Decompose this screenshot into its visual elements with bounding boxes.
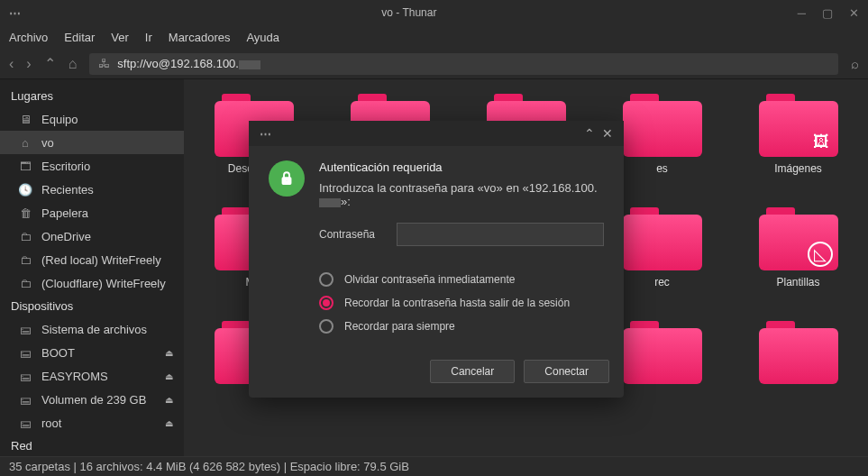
trash-icon: 🗑: [18, 206, 32, 220]
cancel-button[interactable]: Cancelar: [430, 360, 515, 383]
sidebar-item-label: EASYROMS: [41, 370, 108, 383]
search-icon[interactable]: ⌕: [851, 56, 859, 71]
toolbar: ‹ › ⌃ ⌂ 🖧 sftp://vo@192.168.100. ⌕: [0, 49, 868, 79]
menubar: Archivo Editar Ver Ir Marcadores Ayuda: [0, 25, 868, 49]
radio-icon: [319, 319, 333, 334]
titlebar: ⋯ vo - Thunar ─ ▢ ✕: [0, 0, 868, 25]
template-icon: ◺: [808, 242, 833, 267]
path-bar[interactable]: 🖧 sftp://vo@192.168.100.: [89, 53, 838, 75]
folder-icon: 🖼: [759, 94, 838, 157]
menu-editar[interactable]: Editar: [64, 31, 95, 44]
dialog-title: Autenticación requerida: [319, 160, 604, 174]
dialog-radio-option[interactable]: Recordar para siempre: [319, 315, 604, 338]
disk-icon: 🖴: [18, 392, 32, 407]
svg-point-1: [286, 179, 288, 181]
sidebar-item[interactable]: 🗀(Cloudflare) WriteFreely: [0, 271, 184, 295]
image-icon: 🖼: [809, 130, 833, 153]
folder-item[interactable]: 🖼Imágenes: [743, 94, 854, 175]
sidebar-item-label: vo: [41, 136, 54, 150]
eject-icon[interactable]: ⏏: [165, 418, 173, 428]
sidebar-header-devices: Dispositivos: [0, 295, 184, 317]
dialog-message: Introduzca la contraseña para «vo» en «1…: [319, 181, 604, 208]
folder-icon: [623, 94, 702, 157]
sidebar-item[interactable]: 🖴root⏏: [0, 411, 184, 435]
sidebar-item[interactable]: 🗀OneDrive: [0, 224, 184, 248]
clock-icon: 🕓: [18, 182, 32, 197]
sidebar-item-label: Equipo: [41, 113, 78, 126]
radio-label: Olvidar contraseña inmediatamente: [344, 273, 515, 286]
password-input[interactable]: [397, 223, 604, 246]
monitor-icon: 🖥: [18, 112, 32, 126]
folder-item[interactable]: ◺Plantillas: [743, 207, 854, 288]
sidebar-item-label: Recientes: [41, 183, 94, 197]
sidebar-item-label: (Cloudflare) WriteFreely: [41, 277, 166, 290]
path-text: sftp://vo@192.168.100.: [117, 57, 260, 70]
dialog-collapse-icon[interactable]: ⌃: [584, 126, 595, 141]
eject-icon[interactable]: ⏏: [165, 371, 173, 381]
disk-icon: 🖴: [18, 369, 32, 383]
up-icon[interactable]: ⌃: [44, 55, 56, 72]
menu-ver[interactable]: Ver: [111, 31, 129, 44]
sidebar-item-label: Papelera: [41, 206, 88, 220]
sidebar-item[interactable]: 🗀(Red local) WriteFreely: [0, 248, 184, 271]
sidebar-item-label: Volumen de 239 GB: [41, 393, 146, 407]
sidebar-header-network: Red: [0, 435, 184, 456]
sidebar-item-label: (Red local) WriteFreely: [41, 253, 161, 267]
radio-label: Recordar la contraseña hasta salir de la…: [344, 297, 570, 309]
menu-archivo[interactable]: Archivo: [9, 31, 48, 44]
lock-icon: [269, 160, 305, 197]
minimize-icon[interactable]: ─: [798, 6, 806, 20]
folder-icon: 🗀: [18, 252, 32, 267]
sidebar-item[interactable]: ⌂vo: [0, 131, 184, 154]
folder-label: Plantillas: [776, 276, 819, 288]
sidebar-item[interactable]: 🖥Equipo: [0, 107, 184, 131]
eject-icon[interactable]: ⏏: [165, 395, 173, 405]
disk-icon: 🖴: [18, 345, 32, 360]
radio-icon: [319, 296, 333, 310]
app-menu-icon[interactable]: ⋯: [9, 6, 21, 20]
folder-label: Imágenes: [774, 162, 822, 175]
desktop-icon: 🗔: [18, 159, 32, 173]
sidebar-item[interactable]: 🕓Recientes: [0, 178, 184, 201]
menu-ayuda[interactable]: Ayuda: [246, 31, 279, 44]
sidebar-item[interactable]: 🗑Papelera: [0, 201, 184, 224]
forward-icon[interactable]: ›: [26, 56, 31, 72]
sidebar-item[interactable]: 🖴EASYROMS⏏: [0, 364, 184, 388]
sidebar-item[interactable]: 🖴Sistema de archivos: [0, 317, 184, 341]
folder-icon: [759, 321, 838, 384]
statusbar: 35 carpetas | 16 archivos: 4.4 MiB (4 62…: [0, 456, 868, 476]
dialog-close-icon[interactable]: ✕: [602, 126, 613, 141]
sidebar-item[interactable]: 🖴Volumen de 239 GB⏏: [0, 388, 184, 411]
folder-icon: [623, 207, 702, 270]
folder-icon: 🗀: [18, 229, 32, 243]
home-icon[interactable]: ⌂: [69, 56, 78, 72]
password-label: Contraseña: [319, 228, 386, 241]
disk-icon: 🖴: [18, 416, 32, 430]
radio-label: Recordar para siempre: [344, 320, 455, 333]
close-icon[interactable]: ✕: [849, 6, 859, 20]
folder-icon: 🗀: [18, 276, 32, 290]
menu-marcadores[interactable]: Marcadores: [169, 31, 231, 44]
sidebar-item-label: BOOT: [41, 346, 75, 360]
sidebar-item[interactable]: 🖴BOOT⏏: [0, 341, 184, 364]
dialog-radio-option[interactable]: Recordar la contraseña hasta salir de la…: [319, 291, 604, 315]
status-text: 35 carpetas | 16 archivos: 4.4 MiB (4 62…: [9, 460, 409, 473]
connect-button[interactable]: Conectar: [524, 360, 609, 383]
network-folder-icon: 🖧: [98, 57, 110, 70]
sidebar-item-label: root: [41, 416, 61, 430]
menu-ir[interactable]: Ir: [145, 31, 152, 44]
folder-item[interactable]: [743, 321, 854, 389]
window-title: vo - Thunar: [21, 6, 798, 19]
back-icon[interactable]: ‹: [9, 56, 14, 72]
sidebar-item[interactable]: 🗔Escritorio: [0, 154, 184, 178]
sidebar-item-label: Escritorio: [41, 160, 90, 173]
eject-icon[interactable]: ⏏: [165, 348, 173, 358]
dialog-menu-icon[interactable]: ⋯: [260, 127, 271, 141]
radio-icon: [319, 272, 333, 287]
dialog-radio-option[interactable]: Olvidar contraseña inmediatamente: [319, 268, 604, 291]
maximize-icon[interactable]: ▢: [822, 6, 833, 20]
folder-label: rec: [654, 276, 670, 288]
sidebar-item-label: OneDrive: [41, 230, 91, 243]
folder-icon: [623, 321, 702, 384]
sidebar: Lugares 🖥Equipo⌂vo🗔Escritorio🕓Recientes🗑…: [0, 79, 184, 456]
